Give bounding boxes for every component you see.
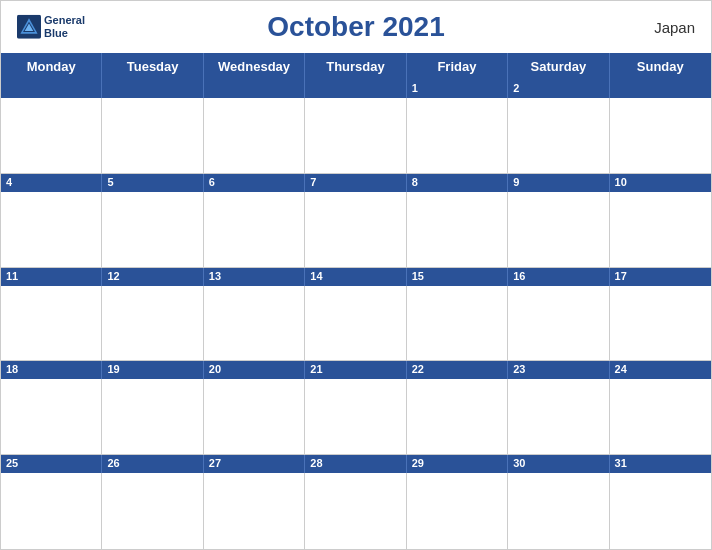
table-row — [102, 286, 203, 361]
week-4-cells — [1, 379, 711, 455]
table-row — [1, 286, 102, 361]
table-row — [407, 192, 508, 267]
table-row — [610, 192, 711, 267]
table-row — [610, 473, 711, 549]
table-row — [204, 379, 305, 454]
table-row — [204, 473, 305, 549]
week-3-header: 11 12 13 14 15 16 17 — [1, 268, 711, 286]
table-row — [305, 473, 406, 549]
table-row — [102, 192, 203, 267]
table-row — [610, 98, 711, 173]
table-row — [407, 473, 508, 549]
week-2-cells — [1, 192, 711, 268]
table-row — [508, 98, 609, 173]
table-row — [1, 98, 102, 173]
week-2: 4 5 6 7 8 9 10 — [1, 174, 711, 268]
table-row — [610, 286, 711, 361]
table-row — [508, 473, 609, 549]
day-header-wednesday: Wednesday — [204, 53, 305, 80]
days-header: Monday Tuesday Wednesday Thursday Friday… — [1, 53, 711, 80]
calendar: General Blue October 2021 Japan Monday T… — [0, 0, 712, 550]
logo-icon — [17, 15, 41, 39]
week-3-cells — [1, 286, 711, 362]
table-row — [1, 379, 102, 454]
day-header-saturday: Saturday — [508, 53, 609, 80]
week-4-header: 18 19 20 21 22 23 24 — [1, 361, 711, 379]
table-row — [407, 379, 508, 454]
table-row — [1, 192, 102, 267]
logo-text: General Blue — [44, 14, 85, 40]
calendar-header: General Blue October 2021 Japan — [1, 1, 711, 53]
week-5: 25 26 27 28 29 30 31 — [1, 455, 711, 549]
day-header-monday: Monday — [1, 53, 102, 80]
table-row — [204, 286, 305, 361]
table-row — [508, 379, 609, 454]
table-row — [204, 98, 305, 173]
table-row — [407, 286, 508, 361]
day-header-thursday: Thursday — [305, 53, 406, 80]
table-row — [102, 98, 203, 173]
week-1-header: 1 2 — [1, 80, 711, 98]
table-row — [102, 379, 203, 454]
logo: General Blue — [17, 14, 85, 40]
table-row — [305, 98, 406, 173]
week-1: 1 2 — [1, 80, 711, 174]
calendar-body: 1 2 4 5 6 7 8 9 10 — [1, 80, 711, 549]
table-row — [407, 98, 508, 173]
table-row — [305, 192, 406, 267]
table-row — [305, 379, 406, 454]
week-5-cells — [1, 473, 711, 549]
week-2-header: 4 5 6 7 8 9 10 — [1, 174, 711, 192]
table-row — [610, 379, 711, 454]
week-5-header: 25 26 27 28 29 30 31 — [1, 455, 711, 473]
week-4: 18 19 20 21 22 23 24 — [1, 361, 711, 455]
table-row — [102, 473, 203, 549]
calendar-title: October 2021 — [267, 11, 444, 43]
table-row — [508, 192, 609, 267]
week-1-cells — [1, 98, 711, 174]
country-label: Japan — [654, 19, 695, 36]
week-3: 11 12 13 14 15 16 17 — [1, 268, 711, 362]
table-row — [508, 286, 609, 361]
table-row — [305, 286, 406, 361]
table-row — [204, 192, 305, 267]
table-row — [1, 473, 102, 549]
day-header-sunday: Sunday — [610, 53, 711, 80]
day-header-friday: Friday — [407, 53, 508, 80]
day-header-tuesday: Tuesday — [102, 53, 203, 80]
